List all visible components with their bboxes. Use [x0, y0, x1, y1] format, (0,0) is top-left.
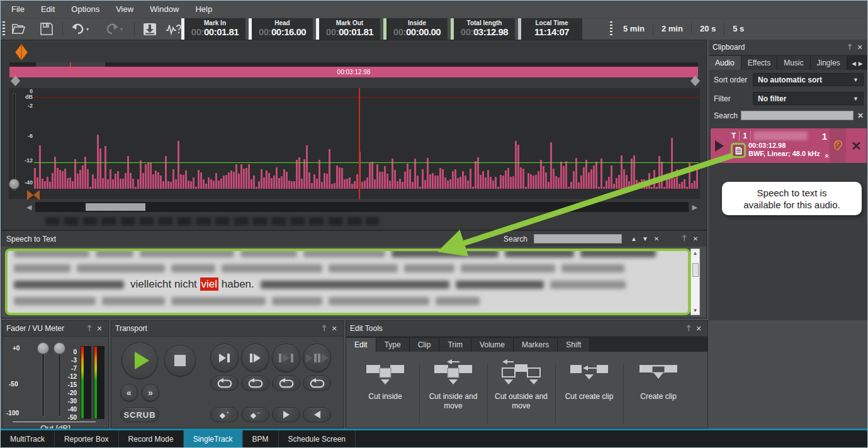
- toolbar-grip[interactable]: [3, 21, 5, 36]
- stop-button[interactable]: [164, 345, 196, 376]
- play-around-marks-button[interactable]: [303, 344, 331, 372]
- tab-clip[interactable]: Clip: [410, 338, 440, 352]
- edit-point-marker-icon[interactable]: [27, 190, 33, 200]
- collapse-chevrons-icon[interactable]: »: [823, 155, 831, 159]
- overview-duration-bar[interactable]: 00:03:12.98: [9, 67, 698, 77]
- skip-back-button[interactable]: «: [120, 384, 138, 401]
- pin-icon[interactable]: ⍑: [845, 43, 855, 52]
- tab-shift[interactable]: Shift: [558, 338, 590, 352]
- waveform-canvas[interactable]: 0 dB -2 -6 -12 -40: [9, 88, 700, 199]
- menu-window[interactable]: Window: [142, 1, 187, 18]
- zoom-preset-2min[interactable]: 2 min: [653, 20, 691, 38]
- item-play-button[interactable]: [711, 128, 728, 163]
- menu-view[interactable]: View: [108, 1, 142, 18]
- tab-edit[interactable]: Edit: [346, 338, 376, 352]
- loop-button-4[interactable]: [303, 376, 331, 391]
- highlighted-word[interactable]: viel: [200, 277, 219, 291]
- pin-icon[interactable]: ⍑: [684, 325, 694, 333]
- pin-icon[interactable]: ⍑: [679, 235, 690, 243]
- workspace-tab-record-mode[interactable]: Record Mode: [119, 430, 184, 448]
- scroll-up-arrow[interactable]: ▲: [691, 250, 699, 256]
- fader-right-knob[interactable]: [54, 342, 65, 354]
- tab-scroll-arrows[interactable]: ◀▶: [847, 57, 868, 70]
- scroll-left-arrow[interactable]: ◀: [26, 203, 31, 211]
- open-file-button[interactable]: [8, 20, 30, 38]
- tool-cut-create-clip[interactable]: Cut create clip: [561, 359, 617, 401]
- close-icon[interactable]: ✕: [94, 325, 104, 333]
- sort-order-dropdown[interactable]: No automatic sort▼: [753, 73, 864, 86]
- tab-trim[interactable]: Trim: [439, 338, 471, 352]
- pin-icon[interactable]: ⍑: [319, 325, 329, 333]
- clipboard-audio-item[interactable]: T 1 1 00:03:12.98 BWF, Linear; 48.0 kHz: [711, 128, 867, 163]
- filter-dropdown[interactable]: No filter▼: [753, 92, 864, 105]
- transcript-area[interactable]: vielleicht nicht viel haben.: [5, 249, 690, 315]
- menu-edit[interactable]: Edit: [33, 1, 63, 18]
- scroll-right-arrow[interactable]: ▶: [692, 203, 697, 211]
- horizontal-scrollbar[interactable]: ◀ ▶: [26, 201, 697, 213]
- toolbar-grip[interactable]: [610, 21, 612, 36]
- scroll-down-arrow[interactable]: ▼: [691, 308, 699, 313]
- workspace-tab-bpm[interactable]: BPM: [243, 430, 279, 448]
- close-icon[interactable]: ✕: [694, 325, 704, 333]
- tool-cut-outside-move[interactable]: Cut outside and move: [493, 359, 549, 411]
- transcript-scrollbar[interactable]: ▲ ▼: [690, 249, 700, 315]
- tab-type[interactable]: Type: [376, 338, 410, 352]
- redo-button[interactable]: ▾: [100, 20, 128, 38]
- search-clear-icon[interactable]: ✕: [651, 235, 662, 242]
- add-marker-button[interactable]: ◆+: [210, 407, 239, 422]
- play-to-mark-button[interactable]: [210, 344, 239, 372]
- edit-point-marker-icon[interactable]: [33, 190, 40, 200]
- zoom-preset-5min[interactable]: 5 min: [615, 20, 653, 38]
- loop-button-2[interactable]: [241, 376, 269, 391]
- import-button[interactable]: [139, 20, 161, 38]
- waveform-plot[interactable]: [34, 89, 699, 189]
- close-icon[interactable]: ✕: [855, 43, 865, 52]
- workspace-tab-schedule-screen[interactable]: Schedule Screen: [279, 430, 356, 448]
- zoom-preset-5s[interactable]: 5 s: [724, 20, 752, 38]
- vertical-zoom-slider-track[interactable]: [13, 93, 16, 191]
- save-button[interactable]: [36, 20, 57, 38]
- workspace-tab-multitrack[interactable]: MultiTrack: [1, 430, 55, 448]
- menu-options[interactable]: Options: [63, 1, 108, 18]
- tool-cut-inside-move[interactable]: Cut inside and move: [426, 359, 481, 411]
- fader-left-knob[interactable]: [37, 342, 49, 354]
- loop-button-3[interactable]: [272, 376, 300, 391]
- remove-marker-button[interactable]: ◆−: [241, 407, 269, 422]
- play-button[interactable]: [121, 342, 158, 379]
- next-marker-button[interactable]: [272, 407, 300, 422]
- playhead-cursor[interactable]: [359, 88, 360, 199]
- tool-cut-inside[interactable]: Cut inside: [358, 359, 413, 401]
- tab-markers[interactable]: Markers: [514, 338, 558, 352]
- threshold-level-line[interactable]: [34, 162, 699, 163]
- scrub-button[interactable]: SCRUB: [120, 407, 159, 422]
- overview-ruler[interactable]: [9, 62, 698, 67]
- pin-icon[interactable]: ⍑: [84, 325, 94, 333]
- close-icon[interactable]: ✕: [690, 235, 701, 242]
- menu-file[interactable]: File: [3, 1, 33, 18]
- speech-search-input[interactable]: [534, 234, 622, 244]
- item-remove-button[interactable]: ✕: [846, 128, 867, 163]
- fader-right-track[interactable]: [58, 347, 61, 417]
- play-from-mark-button[interactable]: [241, 344, 269, 372]
- fader-left-track[interactable]: [42, 347, 45, 417]
- search-input[interactable]: [741, 111, 854, 120]
- tab-jingles[interactable]: Jingles: [811, 56, 847, 70]
- workspace-tab-singletrack[interactable]: SingleTrack: [184, 430, 243, 448]
- scrollbar-thumb[interactable]: [692, 263, 699, 277]
- workspace-tab-reporter-box[interactable]: Reporter Box: [55, 430, 119, 448]
- tab-volume[interactable]: Volume: [471, 338, 514, 352]
- search-prev-icon[interactable]: ▲: [628, 235, 640, 242]
- play-between-marks-button[interactable]: [272, 344, 300, 372]
- scrollbar-thumb[interactable]: [86, 203, 145, 211]
- tool-create-clip[interactable]: Create clip: [631, 359, 686, 401]
- undo-button[interactable]: ▾: [66, 20, 94, 38]
- loop-button-1[interactable]: [210, 376, 239, 391]
- clear-search-icon[interactable]: ✕: [854, 111, 864, 120]
- scrollbar-track[interactable]: [35, 202, 689, 212]
- skip-forward-button[interactable]: »: [142, 384, 159, 401]
- speech-to-text-available-icon[interactable]: [731, 143, 746, 158]
- zoom-preset-20s[interactable]: 20 s: [692, 20, 724, 38]
- redo-dropdown-caret[interactable]: ▾: [120, 26, 123, 32]
- tab-music[interactable]: Music: [777, 56, 810, 70]
- item-prelisten-button[interactable]: [830, 128, 846, 163]
